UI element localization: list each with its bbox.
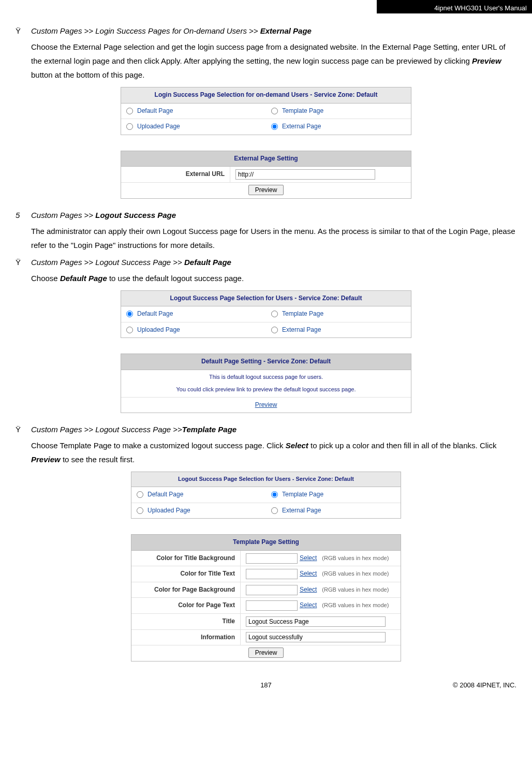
select-link[interactable]: Select [300,553,317,564]
section1-paragraph: Choose the External Page selection and g… [31,40,516,82]
setting-value-cell: Select(RGB values in hex mode) [241,551,401,566]
para-mid: to pick up a color and then fill in all … [308,441,497,450]
panel-title: Logout Success Page Selection for Users … [131,472,401,487]
radio-label: Template Page [282,489,323,501]
radio-input[interactable] [137,507,143,514]
select-link[interactable]: Select [300,600,317,611]
para-bold: Preview [31,455,61,464]
hint-text: (RGB values in hex mode) [322,600,389,611]
breadcrumb-bold: Logout Success Page [95,211,176,219]
radio-default-page[interactable]: Default Page [121,306,266,322]
para-post: to see the result first. [61,455,135,464]
radio-uploaded-page[interactable]: Uploaded Page [131,503,266,519]
preview-link[interactable]: Preview [255,401,277,408]
radio-label: External Page [282,505,321,517]
setting-label: Color for Title Background [131,551,241,566]
radio-input[interactable] [271,491,278,498]
panel-title: Login Success Page Selection for on-dema… [121,87,411,104]
para-tail: button at the bottom of this page. [31,70,144,79]
panel-title: External Page Setting [121,151,411,167]
setting-value-cell: Select(RGB values in hex mode) [241,582,401,598]
text-input[interactable] [246,616,386,627]
para-bold: Preview [472,56,501,65]
radio-default-page[interactable]: Default Page [131,487,266,503]
breadcrumb-prefix: Custom Pages >> Logout Success Page >> [31,425,182,434]
page-content: Ÿ Custom Pages >> Login Success Pages fo… [0,13,532,676]
radio-input[interactable] [137,491,143,498]
radio-default-page[interactable]: Default Page [121,104,266,119]
breadcrumb-prefix: Custom Pages >> Logout Success Page >> [31,258,184,267]
panel-title: Logout Success Page Selection for Users … [121,291,411,307]
page-footer: 187 © 2008 4IPNET, INC. [0,676,532,698]
radio-external-page[interactable]: External Page [266,503,401,519]
radio-input[interactable] [271,123,278,130]
breadcrumb-bold: Default Page [184,258,231,267]
preview-button[interactable]: Preview [248,185,284,195]
radio-label: Uploaded Page [137,325,180,336]
radio-uploaded-page[interactable]: Uploaded Page [121,119,266,135]
radio-input[interactable] [126,327,133,333]
figure-default-page: Logout Success Page Selection for Users … [16,290,516,414]
radio-label: External Page [282,121,321,133]
bullet-icon: Ÿ [16,24,31,38]
setting-value-cell: Select(RGB values in hex mode) [241,598,401,613]
radio-input[interactable] [271,507,278,514]
breadcrumb-prefix: Custom Pages >> Login Success Pages for … [31,26,260,35]
breadcrumb-prefix: Custom Pages >> [31,211,95,219]
page-number: 187 [119,679,413,691]
radio-input[interactable] [126,108,133,114]
radio-label: Default Page [147,489,183,501]
external-url-input[interactable] [235,169,375,180]
panel-title: Default Page Setting - Service Zone: Def… [121,354,411,370]
radio-label: Template Page [282,308,323,320]
color-input[interactable] [246,553,298,564]
setting-label: Color for Title Text [131,566,241,582]
radio-label: External Page [282,325,321,336]
bullet-icon: Ÿ [16,255,31,269]
breadcrumb-external-page: Custom Pages >> Login Success Pages for … [31,24,312,38]
preview-button[interactable]: Preview [248,648,284,658]
radio-input[interactable] [271,311,278,317]
hint-text: (RGB values in hex mode) [322,569,389,579]
list-number: 5 [16,208,31,222]
color-input[interactable] [246,600,298,611]
note-line-2: You could click preview link to preview … [121,383,411,397]
section2-paragraph: The administrator can apply their own Lo… [31,224,516,252]
color-input[interactable] [246,569,298,579]
radio-external-page[interactable]: External Page [266,322,411,338]
section3-paragraph: Choose Default Page to use the default l… [31,271,516,285]
select-link[interactable]: Select [300,568,317,580]
radio-label: Uploaded Page [137,121,180,133]
radio-input[interactable] [126,123,133,130]
color-input[interactable] [246,585,298,595]
radio-label: Default Page [137,106,173,117]
para-pre: Choose [31,274,60,283]
setting-value-cell [241,614,401,629]
select-link[interactable]: Select [300,584,317,596]
external-url-label: External URL [121,167,230,182]
radio-template-page[interactable]: Template Page [266,306,411,322]
para-post: to use the default logout success page. [107,274,244,283]
breadcrumb-template-page: Custom Pages >> Logout Success Page >>Te… [31,422,237,436]
breadcrumb-default-page: Custom Pages >> Logout Success Page >> D… [31,255,231,269]
setting-label: Color for Page Background [131,582,241,598]
hint-text: (RGB values in hex mode) [322,585,389,595]
radio-input[interactable] [271,327,278,333]
radio-template-page[interactable]: Template Page [266,104,411,119]
setting-label: Information [131,630,241,645]
radio-input[interactable] [126,311,133,317]
text-input[interactable] [246,632,386,642]
para-pre: Choose Template Page to make a customize… [31,441,286,450]
radio-input[interactable] [271,108,278,114]
header-product-label: 4ipnet WHG301 User's Manual [377,0,532,13]
radio-label: Default Page [137,308,173,320]
radio-uploaded-page[interactable]: Uploaded Page [121,322,266,338]
radio-template-page[interactable]: Template Page [266,487,401,503]
setting-label: Color for Page Text [131,598,241,613]
breadcrumb-bold: External Page [260,26,312,35]
note-line-1: This is default logout success page for … [121,370,411,383]
setting-value-cell [241,630,401,645]
figure-external-page: Login Success Page Selection for on-dema… [16,87,516,199]
bullet-icon: Ÿ [16,422,31,436]
radio-external-page[interactable]: External Page [266,119,411,135]
